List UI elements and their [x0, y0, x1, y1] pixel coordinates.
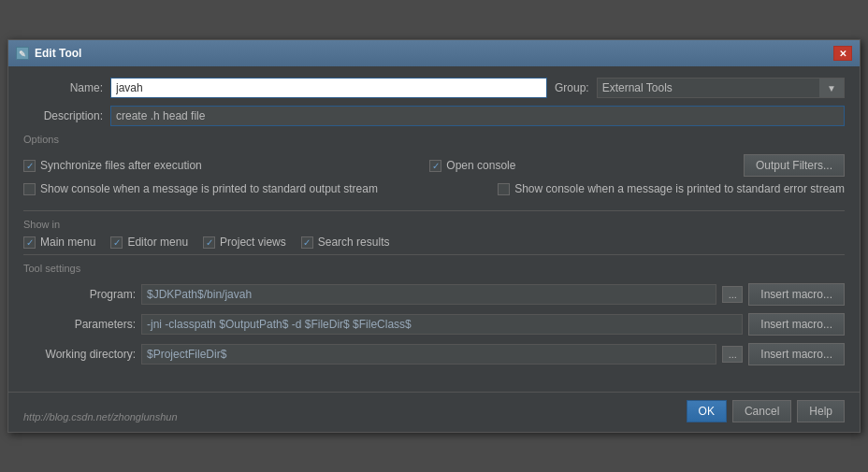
dialog-icon: ✎	[16, 47, 29, 60]
working-directory-row: Working directory: ... Insert macro...	[23, 343, 845, 365]
description-row: Description:	[23, 106, 845, 126]
parameters-input[interactable]	[141, 314, 743, 335]
description-input[interactable]	[110, 106, 845, 126]
name-label: Name:	[23, 81, 103, 94]
project-views-checkbox[interactable]	[203, 236, 215, 249]
group-label: Group:	[555, 81, 589, 94]
dialog-title: Edit Tool	[35, 47, 81, 60]
show-console-stdout-checkbox[interactable]	[23, 183, 36, 195]
open-console-label: Open console	[446, 159, 515, 172]
editor-menu-checkbox-item[interactable]: Editor menu	[110, 236, 188, 249]
sync-files-checkbox[interactable]	[23, 160, 36, 172]
project-views-checkbox-item[interactable]: Project views	[203, 236, 286, 249]
dialog-body: Name: Group: External Tools ▼ Descriptio…	[8, 66, 860, 388]
name-input[interactable]	[110, 78, 547, 98]
parameters-label: Parameters:	[23, 318, 136, 331]
show-console-stdout-checkbox-item[interactable]: Show console when a message is printed t…	[23, 182, 378, 195]
divider-1	[23, 210, 845, 211]
search-results-label: Search results	[318, 236, 390, 249]
working-directory-input[interactable]	[141, 344, 716, 365]
edit-tool-dialog: ✎ Edit Tool ✕ Name: Group: External Tool…	[7, 39, 861, 433]
divider-2	[23, 254, 845, 255]
main-menu-checkbox[interactable]	[23, 236, 36, 249]
show-console-stdout-label: Show console when a message is printed t…	[40, 182, 378, 195]
main-menu-checkbox-item[interactable]: Main menu	[23, 236, 95, 249]
cancel-button[interactable]: Cancel	[732, 400, 791, 422]
search-results-checkbox[interactable]	[301, 236, 313, 249]
options-row-1: Synchronize files after execution Open c…	[23, 154, 845, 177]
working-directory-insert-macro-button[interactable]: Insert macro...	[748, 343, 845, 365]
close-button[interactable]: ✕	[833, 46, 852, 61]
name-group-row: Name: Group: External Tools ▼	[23, 78, 845, 98]
title-bar: ✎ Edit Tool ✕	[8, 40, 860, 66]
output-filters-button[interactable]: Output Filters...	[744, 154, 845, 177]
show-in-section-label: Show in	[23, 219, 845, 230]
working-directory-label: Working directory:	[23, 348, 136, 361]
working-directory-dots-button[interactable]: ...	[722, 346, 743, 363]
group-combo-text: External Tools	[597, 78, 819, 98]
tool-settings-section-label: Tool settings	[23, 263, 845, 274]
group-combo[interactable]: External Tools ▼	[597, 78, 845, 98]
options-row-2: Show console when a message is printed t…	[23, 182, 845, 195]
program-label: Program:	[23, 288, 136, 301]
description-label: Description:	[23, 109, 103, 122]
editor-menu-checkbox[interactable]	[110, 236, 123, 249]
program-insert-macro-button[interactable]: Insert macro...	[748, 283, 845, 306]
show-console-stderr-checkbox-item[interactable]: Show console when a message is printed t…	[498, 182, 845, 195]
tool-settings-grid: Program: ... Insert macro... Parameters:…	[23, 279, 845, 377]
parameters-insert-macro-button[interactable]: Insert macro...	[748, 313, 845, 336]
program-input[interactable]	[141, 284, 716, 305]
sync-files-checkbox-item[interactable]: Synchronize files after execution	[23, 159, 202, 172]
options-section-label: Options	[23, 134, 845, 145]
program-row: Program: ... Insert macro...	[23, 283, 845, 306]
open-console-checkbox[interactable]	[429, 160, 441, 172]
project-views-label: Project views	[220, 236, 286, 249]
bottom-bar: http://blog.csdn.net/zhonglunshun OK Can…	[8, 392, 860, 432]
watermark: http://blog.csdn.net/zhonglunshun	[23, 411, 178, 422]
help-button[interactable]: Help	[797, 400, 845, 422]
editor-menu-label: Editor menu	[127, 236, 188, 249]
show-console-stderr-label: Show console when a message is printed t…	[514, 182, 845, 195]
main-menu-label: Main menu	[40, 236, 95, 249]
options-grid: Synchronize files after execution Open c…	[23, 150, 845, 205]
group-section: Group: External Tools ▼	[555, 78, 845, 98]
name-section: Name:	[23, 78, 547, 98]
parameters-row: Parameters: Insert macro...	[23, 313, 845, 336]
show-in-row: Main menu Editor menu Project views Sear…	[23, 236, 845, 249]
group-combo-arrow-icon[interactable]: ▼	[819, 78, 845, 98]
open-console-checkbox-item[interactable]: Open console	[429, 159, 515, 172]
search-results-checkbox-item[interactable]: Search results	[301, 236, 390, 249]
show-console-stderr-checkbox[interactable]	[498, 183, 510, 195]
title-bar-left: ✎ Edit Tool	[16, 47, 81, 60]
sync-files-label: Synchronize files after execution	[40, 159, 202, 172]
program-dots-button[interactable]: ...	[722, 286, 743, 303]
ok-button[interactable]: OK	[687, 400, 727, 422]
